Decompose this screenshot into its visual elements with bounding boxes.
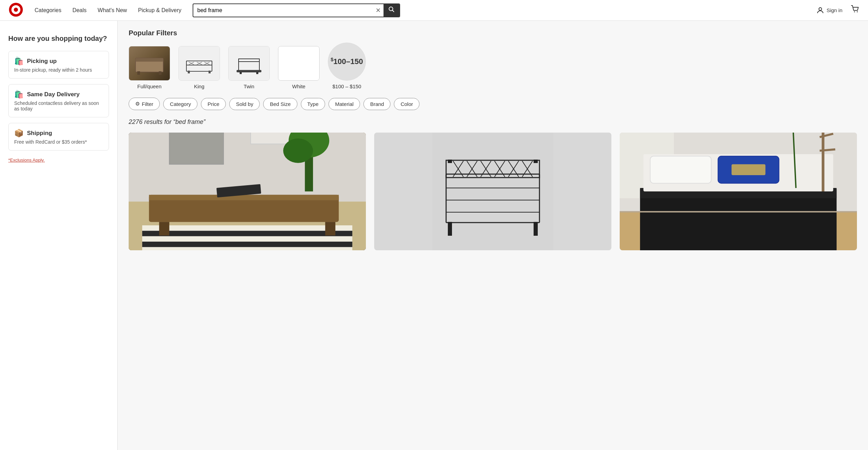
popular-filters-title: Popular Filters (129, 29, 857, 37)
product-card-2[interactable] (374, 133, 611, 250)
filter-chip-white[interactable]: White (278, 46, 320, 89)
sidebar: How are you shopping today? 🛍️ Picking u… (0, 21, 118, 450)
price-label: $100 – $150 (332, 83, 361, 89)
type-filter-button[interactable]: Type (301, 98, 325, 110)
filter-chip-price[interactable]: $100–150 $100 – $150 (328, 43, 366, 89)
sold-by-filter-button[interactable]: Sold by (229, 98, 260, 110)
shipping-subtitle: Free with RedCard or $35 orders* (14, 139, 103, 145)
svg-rect-44 (159, 222, 169, 235)
svg-point-41 (283, 138, 313, 163)
svg-line-85 (820, 149, 835, 151)
svg-rect-25 (237, 70, 261, 72)
search-bar: ✕ (193, 3, 400, 17)
svg-rect-24 (239, 59, 259, 62)
cart-button[interactable] (851, 5, 860, 16)
fullqueen-label: Full/queen (137, 83, 161, 89)
sidebar-question: How are you shopping today? (8, 35, 109, 43)
filter-chips-row: Full/queen (129, 43, 857, 89)
svg-rect-45 (325, 222, 335, 235)
pickup-header: 🛍️ Picking up (14, 57, 103, 66)
search-clear-button[interactable]: ✕ (373, 7, 384, 14)
pickup-option[interactable]: 🛍️ Picking up In-store pickup, ready wit… (8, 51, 109, 79)
svg-rect-10 (137, 71, 140, 75)
svg-rect-63 (534, 222, 538, 236)
price-circle-text: $100–150 (331, 57, 363, 66)
svg-rect-30 (142, 231, 352, 236)
category-filter-button[interactable]: Category (163, 98, 197, 110)
twin-label: Twin (244, 83, 255, 89)
exclusions-link[interactable]: *Exclusions Apply. (8, 158, 109, 163)
svg-line-4 (392, 10, 394, 12)
product-image-3 (620, 133, 857, 250)
bed-size-filter-button[interactable]: Bed Size (263, 98, 297, 110)
pickup-icon: 🛍️ (14, 57, 24, 66)
pickup-title: Picking up (27, 58, 57, 65)
pickup-subtitle: In-store pickup, ready within 2 hours (14, 67, 103, 73)
svg-rect-9 (136, 58, 163, 62)
svg-point-6 (854, 11, 855, 12)
same-day-subtitle: Scheduled contactless delivery as soon a… (14, 100, 103, 111)
shipping-icon: 📦 (14, 129, 24, 138)
material-filter-button[interactable]: Material (329, 98, 360, 110)
same-day-icon: 🛍️ (14, 90, 24, 99)
nav-pickup-delivery[interactable]: Pickup & Delivery (138, 7, 181, 14)
shipping-header: 📦 Shipping (14, 129, 103, 138)
nav-whats-new[interactable]: What's New (98, 7, 127, 14)
svg-rect-11 (159, 71, 161, 75)
product-image-2 (374, 133, 611, 250)
results-count: 2276 results for “bed frame” (129, 118, 857, 126)
svg-rect-62 (448, 222, 452, 236)
white-label: White (292, 83, 305, 89)
svg-rect-15 (188, 71, 190, 73)
fullqueen-image (129, 46, 170, 81)
svg-rect-76 (650, 156, 711, 183)
filter-chip-twin[interactable]: Twin (228, 46, 270, 89)
filter-icon: ⚙ (135, 101, 140, 107)
header-actions: Sign in (816, 5, 860, 16)
main-nav: Categories Deals What's New Pickup & Del… (35, 7, 182, 14)
nav-categories[interactable]: Categories (35, 7, 61, 14)
svg-point-5 (819, 8, 822, 10)
svg-point-2 (14, 8, 18, 12)
same-day-header: 🛍️ Same Day Delivery (14, 90, 103, 99)
filter-button[interactable]: ⚙ Filter (129, 98, 160, 110)
twin-image (228, 46, 270, 81)
svg-rect-64 (448, 160, 452, 163)
same-day-title: Same Day Delivery (27, 91, 80, 98)
product-image-1 (129, 133, 366, 250)
shipping-title: Shipping (27, 130, 52, 137)
svg-rect-78 (731, 164, 765, 175)
same-day-option[interactable]: 🛍️ Same Day Delivery Scheduled contactle… (8, 84, 109, 117)
search-submit-button[interactable] (384, 3, 399, 17)
product-grid (129, 133, 857, 250)
svg-rect-43 (149, 195, 339, 200)
svg-rect-16 (209, 71, 211, 73)
svg-point-7 (857, 11, 858, 12)
king-image (178, 46, 220, 81)
search-input[interactable] (193, 7, 373, 14)
filter-chip-king[interactable]: King (178, 46, 220, 89)
product-card-1[interactable] (129, 133, 366, 250)
price-filter-button[interactable]: Price (201, 98, 226, 110)
svg-rect-27 (256, 72, 258, 74)
product-card-3[interactable] (620, 133, 857, 250)
svg-rect-31 (142, 242, 352, 247)
header: Categories Deals What's New Pickup & Del… (0, 0, 868, 21)
svg-rect-65 (534, 160, 538, 163)
svg-rect-14 (186, 61, 212, 65)
shipping-option[interactable]: 📦 Shipping Free with RedCard or $35 orde… (8, 123, 109, 151)
target-logo[interactable] (8, 2, 24, 19)
svg-rect-38 (169, 133, 224, 164)
svg-rect-26 (240, 72, 242, 74)
main-content: Popular Filters Full/queen (118, 21, 868, 450)
filter-chip-fullqueen[interactable]: Full/queen (129, 46, 170, 89)
white-image (278, 46, 320, 81)
nav-deals[interactable]: Deals (72, 7, 86, 14)
filter-buttons-row: ⚙ Filter Category Price Sold by Bed Size… (129, 98, 857, 110)
brand-filter-button[interactable]: Brand (363, 98, 390, 110)
king-label: King (194, 83, 204, 89)
price-image: $100–150 (328, 43, 366, 81)
sign-in-button[interactable]: Sign in (816, 6, 842, 15)
color-filter-button[interactable]: Color (394, 98, 419, 110)
svg-rect-12 (186, 61, 212, 71)
